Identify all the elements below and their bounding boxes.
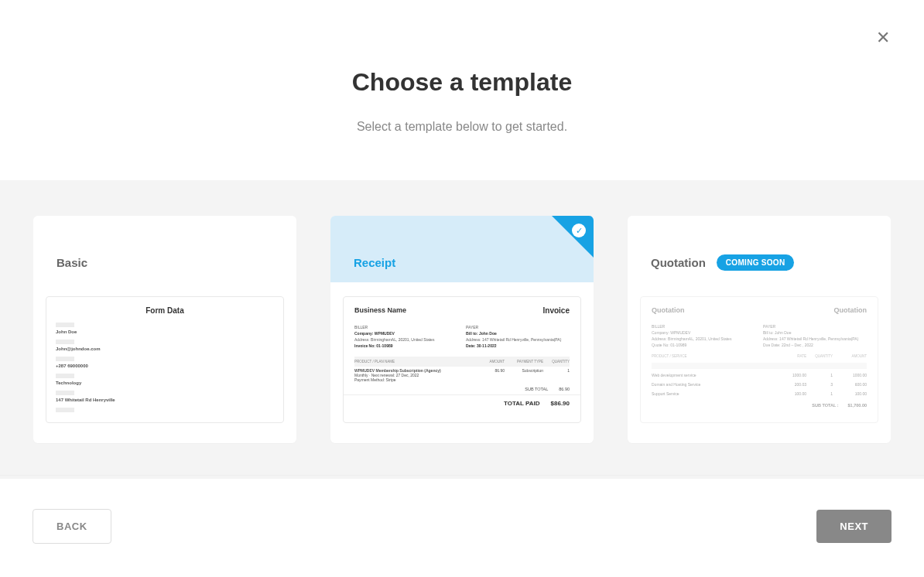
inv-line: Address: BirminghamAL, 20201, United Sta… — [354, 336, 458, 343]
wizard-footer: BACK NEXT — [0, 475, 924, 577]
qth: AMOUNT — [833, 354, 867, 358]
qtr: 1000.00 — [833, 373, 867, 377]
template-title-quotation: Quotation — [651, 256, 706, 269]
preview-field: John@johndoe.com — [56, 347, 274, 353]
q-line: Company: WPMUDEV — [652, 329, 755, 336]
basic-preview-heading: Form Data — [46, 297, 283, 323]
th: AMOUNT — [478, 360, 505, 364]
coming-soon-badge: COMING SOON — [717, 254, 795, 271]
inv-hdr: BILLER — [354, 324, 458, 330]
qth: PRODUCT / SERVICE — [652, 354, 775, 358]
quo-right-title: Quotation — [834, 306, 868, 314]
qtr: 3 — [806, 382, 833, 387]
template-card-receipt[interactable]: ✓ Receipt Business Name Invoice BILLER C… — [330, 216, 594, 443]
template-preview-basic: Form Data John Doe John@johndoe.com +287… — [46, 296, 284, 423]
qtr: 600.00 — [833, 382, 867, 387]
q-line: Address: 147 Whitetail Rd Henryville, Pe… — [763, 336, 867, 342]
qtr: 200.03 — [775, 382, 806, 387]
invoice-payer-col: PAYER Bill to: John Doe Address: 147 Whi… — [466, 324, 570, 349]
template-preview-receipt: Business Name Invoice BILLER Company: WP… — [343, 296, 581, 423]
qth: RATE — [775, 354, 806, 358]
inv-line: Bill to: John Doe — [466, 331, 497, 336]
q-line: Due Date: 22nd – Dec , 2022 — [763, 342, 867, 348]
tr: Payment Method: Stripe — [354, 377, 396, 382]
total-label: TOTAL PAID — [504, 400, 540, 407]
template-cards-row: Basic Form Data John Doe John@johndoe.co… — [0, 180, 924, 479]
th: PRODUCT / PLAN NAME — [354, 360, 478, 364]
qtr: Support Service — [652, 391, 775, 396]
selected-corner — [552, 216, 594, 258]
inv-line: Company: WPMUDEV — [354, 331, 395, 336]
q-line: Bill to: John Doe — [763, 329, 867, 336]
tr: Subscription — [505, 368, 543, 382]
preview-field: +287 69000000 — [56, 364, 274, 370]
inv-line: Invoice No: 01-10989 — [354, 343, 392, 348]
preview-field: John Doe — [56, 329, 274, 336]
next-button[interactable]: NEXT — [816, 510, 891, 543]
qth: QUANTITY — [806, 354, 833, 358]
check-icon: ✓ — [572, 224, 586, 237]
qtr: 100.00 — [775, 391, 806, 396]
template-title-basic: Basic — [56, 256, 87, 269]
preview-field: 147 Whitetail Rd Henryville — [56, 398, 274, 405]
back-button[interactable]: BACK — [33, 509, 111, 544]
qtr: 1 — [806, 373, 833, 377]
invoice-business-name: Business Name — [354, 306, 406, 315]
invoice-doc-label: Invoice — [543, 306, 570, 315]
quo-left-title: Quotation — [652, 306, 685, 314]
th: PAYMENT TYPE — [505, 360, 543, 364]
close-icon[interactable]: ✕ — [876, 29, 890, 46]
qtr: 100.00 — [833, 391, 867, 396]
template-card-basic[interactable]: Basic Form Data John Doe John@johndoe.co… — [33, 216, 296, 443]
template-card-quotation[interactable]: Quotation COMING SOON Quotation Quotatio… — [628, 216, 891, 443]
subtotal-value: 86.90 — [559, 387, 570, 391]
q-hdr: BILLER — [652, 323, 755, 329]
tr: 86.90 — [478, 368, 505, 382]
invoice-biller-col: BILLER Company: WPMUDEV Address: Birming… — [354, 324, 458, 349]
preview-field: Technology — [56, 381, 274, 388]
inv-hdr: PAYER — [466, 324, 570, 330]
qtr: Web development service — [652, 373, 775, 377]
page-subtitle: Select a template below to get started. — [0, 120, 924, 134]
template-preview-quotation: Quotation Quotation BILLER Company: WPMU… — [640, 296, 878, 423]
inv-line: Address: 147 Whitetail Rd Henryville, Pe… — [466, 336, 570, 343]
qtr: Domain and Hosting Service — [652, 382, 775, 387]
template-title-receipt: Receipt — [354, 256, 395, 269]
page-title: Choose a template — [0, 68, 924, 97]
q-line: Address: BirminghamAL, 20201, United Sta… — [652, 336, 755, 342]
quo-payer-col: PAYER Bill to: John Doe Address: 147 Whi… — [763, 323, 867, 348]
quo-subtotal-label: SUB TOTAL : — [812, 403, 838, 408]
q-hdr: PAYER — [763, 323, 867, 329]
quo-subtotal-value: $1,700.00 — [848, 403, 867, 408]
th: QUANTITY — [543, 360, 570, 364]
subtotal-label: SUB TOTAL — [525, 387, 548, 391]
q-line: Quote No: 01-10989 — [652, 342, 755, 348]
qtr: 1 — [806, 391, 833, 396]
total-value: $86.90 — [551, 400, 570, 407]
inv-line: Date: 30-11-2022 — [466, 343, 496, 348]
qtr: 1000.00 — [775, 373, 806, 377]
tr: 1 — [543, 368, 570, 382]
quo-biller-col: BILLER Company: WPMUDEV Address: Birming… — [652, 323, 755, 348]
